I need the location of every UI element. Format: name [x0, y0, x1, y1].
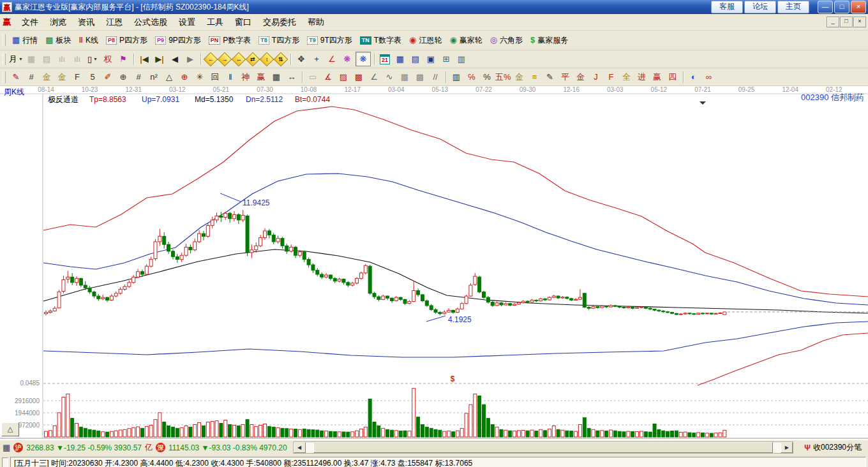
zoom-h-expand-diamond[interactable]: ↔: [232, 52, 246, 66]
zoom-left-diamond[interactable]: ←: [204, 52, 218, 66]
nav-first-button[interactable]: |◀: [137, 52, 151, 66]
tool-flag-triangle[interactable]: △: [162, 70, 176, 84]
tool-n-squared[interactable]: n²: [147, 70, 161, 84]
mdi-minimize-button[interactable]: _: [827, 17, 839, 27]
tool-number-grid[interactable]: ▦: [269, 70, 283, 84]
pattern-tool-blue[interactable]: ❋: [355, 52, 371, 66]
tool-pen-candle[interactable]: ✎: [543, 70, 557, 84]
kline-chart[interactable]: 08-1410-2312-3103-1205-2107-3010-0812-17…: [0, 86, 868, 440]
tool-slash-lines[interactable]: //: [428, 70, 442, 84]
btn-t-square[interactable]: T8T四方形: [255, 34, 303, 47]
calendar-tool[interactable]: 21: [378, 52, 392, 66]
notes-tool[interactable]: ▤: [408, 52, 423, 66]
pattern-tool-magenta[interactable]: ❋: [340, 52, 354, 66]
scroll-right-arrow[interactable]: ▶: [781, 442, 793, 453]
tool-target-circle[interactable]: ⊕: [177, 70, 191, 84]
tool-gold-red[interactable]: 金: [574, 70, 588, 84]
tool-f-comb[interactable]: F: [70, 70, 84, 84]
menu-trade[interactable]: 交易委托: [257, 15, 302, 30]
tool-yinyang[interactable]: ◐: [687, 70, 701, 84]
tool-gold-comb-1[interactable]: 金: [40, 70, 54, 84]
period-selector[interactable]: 月▼: [9, 52, 23, 66]
pan-hand-tool[interactable]: ✥: [294, 52, 308, 66]
nav-last-button[interactable]: ▶|: [153, 52, 167, 66]
btn-gann-wheel[interactable]: ◉江恩轮: [405, 34, 445, 47]
tool-red-grid[interactable]: ▨: [336, 70, 350, 84]
tool-7-percent-angle[interactable]: ℅: [465, 70, 479, 84]
tool-percent[interactable]: %: [480, 70, 494, 84]
mdi-restore-button[interactable]: □: [840, 17, 853, 27]
tool-shen-grid[interactable]: 神: [239, 70, 253, 84]
market-table-icon[interactable]: ▦: [3, 443, 10, 452]
tool-checker-1[interactable]: ▦: [398, 70, 412, 84]
tool-gann-box[interactable]: 平: [558, 70, 572, 84]
tool-gold-lines[interactable]: ≡: [528, 70, 542, 84]
tool-jin[interactable]: 进: [635, 70, 649, 84]
tool-j-angle[interactable]: J: [589, 70, 603, 84]
tool-5-percent[interactable]: 五%: [495, 70, 511, 84]
tool-spiral-comb[interactable]: 5: [86, 70, 100, 84]
tool-gold-angle[interactable]: 全: [620, 70, 634, 84]
scroll-track[interactable]: [306, 442, 781, 453]
tool-star-grid[interactable]: ✳: [193, 70, 207, 84]
tool-f-angle[interactable]: F: [604, 70, 618, 84]
scroll-left-arrow[interactable]: ◀: [294, 442, 306, 453]
export-tool[interactable]: ⊞: [439, 52, 453, 66]
btn-p-square[interactable]: P8P四方形: [102, 34, 151, 47]
menu-gann[interactable]: 江恩: [100, 15, 128, 30]
zoom-h-shrink-diamond[interactable]: ⇄: [246, 52, 260, 66]
tool-ying-grid[interactable]: 赢: [254, 70, 268, 84]
tick-feed-label[interactable]: 收002390分笔: [813, 442, 862, 453]
menu-help[interactable]: 帮助: [302, 15, 330, 30]
crosshair-tool[interactable]: +: [310, 52, 324, 66]
save-tool[interactable]: ▣: [424, 52, 438, 66]
nav-next-button[interactable]: ▶: [183, 52, 197, 66]
menu-file[interactable]: 文件: [16, 15, 44, 30]
tool-brush[interactable]: ✐: [101, 70, 115, 84]
print-tool[interactable]: ▥: [454, 52, 468, 66]
tool-checker-2[interactable]: ▩: [413, 70, 427, 84]
tool-ying[interactable]: 赢: [650, 70, 664, 84]
tool-red-box[interactable]: ▩: [352, 70, 366, 84]
menu-tools[interactable]: 工具: [201, 15, 229, 30]
tool-color-indicator-icon[interactable]: ⚑: [116, 52, 130, 66]
tool-si[interactable]: 四: [666, 70, 680, 84]
period-selector-dropdown-arrow[interactable]: ▼: [19, 57, 23, 61]
tool-comb-grid[interactable]: #: [24, 70, 38, 84]
tool-plain-comb[interactable]: #: [131, 70, 146, 84]
btn-winner-service[interactable]: $赢家服务: [527, 34, 572, 47]
tool-exrights-icon[interactable]: 权: [101, 52, 115, 66]
calculator-tool[interactable]: ▦: [393, 52, 407, 66]
zoom-right-diamond[interactable]: →: [218, 52, 232, 66]
btn-quotes[interactable]: ▦行情: [8, 34, 41, 47]
tool-quote-lines[interactable]: ‖: [223, 70, 237, 84]
tool-square-spiral[interactable]: 回: [208, 70, 222, 84]
zoom-v-expand-diamond[interactable]: ↕: [260, 52, 274, 66]
btn-p-table[interactable]: PNP数字表: [205, 34, 255, 47]
tool-circle-grid[interactable]: ⊕: [116, 70, 130, 84]
scroll-thumb[interactable]: [313, 442, 774, 453]
btn-kline[interactable]: ‖K线: [75, 34, 102, 47]
btn-sectors[interactable]: ▩板块: [41, 34, 75, 47]
tool-infinity[interactable]: ∞: [702, 70, 716, 84]
mdi-close-button[interactable]: ×: [853, 17, 866, 27]
tool-gold-circle[interactable]: 金: [513, 70, 527, 84]
btn-9p-square[interactable]: P99P四方形: [151, 34, 205, 47]
tool-hist-bars[interactable]: ▥: [449, 70, 463, 84]
tool-wave-lines[interactable]: ∿: [382, 70, 396, 84]
tool-pen[interactable]: ✎: [9, 70, 23, 84]
window-restore-button[interactable]: □: [834, 1, 849, 13]
tool-angle-lines[interactable]: ∠: [367, 70, 381, 84]
candle-style-selector[interactable]: ▯▼: [86, 52, 100, 66]
menu-formula-stock-pick[interactable]: 公式选股: [128, 15, 173, 30]
btn-homepage[interactable]: 主页: [777, 1, 809, 13]
btn-winner-wheel[interactable]: ◉赢家轮: [445, 34, 486, 47]
menu-news[interactable]: 资讯: [72, 15, 100, 30]
tool-gann-fan[interactable]: ∡: [321, 70, 335, 84]
btn-forum[interactable]: 论坛: [744, 1, 776, 13]
candle-style-selector-dropdown-arrow[interactable]: ▼: [93, 57, 98, 61]
btn-t-table[interactable]: TNT数字表: [356, 34, 405, 47]
tool-gold-comb-2[interactable]: 金: [55, 70, 69, 84]
window-close-button[interactable]: ×: [851, 1, 866, 13]
menu-settings[interactable]: 设置: [173, 15, 201, 30]
